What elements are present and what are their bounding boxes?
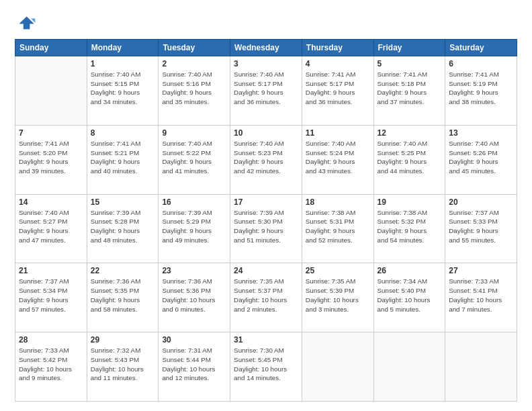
calendar-cell: 13Sunrise: 7:40 AM Sunset: 5:26 PM Dayli… — [445, 125, 517, 194]
day-number: 17 — [234, 197, 298, 207]
calendar-cell: 17Sunrise: 7:39 AM Sunset: 5:30 PM Dayli… — [230, 194, 302, 263]
calendar-cell: 3Sunrise: 7:40 AM Sunset: 5:17 PM Daylig… — [230, 56, 302, 126]
calendar-cell: 7Sunrise: 7:41 AM Sunset: 5:20 PM Daylig… — [15, 125, 87, 194]
week-row-3: 14Sunrise: 7:40 AM Sunset: 5:27 PM Dayli… — [15, 194, 517, 263]
day-number: 3 — [234, 59, 298, 68]
week-row-5: 28Sunrise: 7:33 AM Sunset: 5:42 PM Dayli… — [15, 332, 517, 402]
day-number: 19 — [378, 197, 442, 207]
day-info: Sunrise: 7:30 AM Sunset: 5:45 PM Dayligh… — [234, 346, 298, 383]
svg-marker-0 — [19, 16, 34, 29]
day-number: 20 — [449, 197, 513, 207]
header — [15, 12, 517, 34]
day-header-tuesday: Tuesday — [159, 40, 230, 56]
day-info: Sunrise: 7:40 AM Sunset: 5:23 PM Dayligh… — [234, 139, 298, 176]
day-header-monday: Monday — [87, 40, 159, 56]
day-info: Sunrise: 7:38 AM Sunset: 5:32 PM Dayligh… — [378, 208, 442, 245]
calendar-cell: 28Sunrise: 7:33 AM Sunset: 5:42 PM Dayli… — [15, 332, 87, 402]
day-info: Sunrise: 7:37 AM Sunset: 5:34 PM Dayligh… — [19, 277, 83, 314]
day-info: Sunrise: 7:32 AM Sunset: 5:43 PM Dayligh… — [91, 346, 155, 383]
day-info: Sunrise: 7:35 AM Sunset: 5:39 PM Dayligh… — [306, 277, 370, 314]
day-info: Sunrise: 7:38 AM Sunset: 5:31 PM Dayligh… — [306, 208, 370, 245]
calendar-cell: 12Sunrise: 7:40 AM Sunset: 5:25 PM Dayli… — [373, 125, 445, 194]
day-info: Sunrise: 7:40 AM Sunset: 5:22 PM Dayligh… — [162, 139, 226, 176]
day-number: 8 — [91, 128, 155, 138]
week-row-1: 1Sunrise: 7:40 AM Sunset: 5:15 PM Daylig… — [15, 56, 517, 126]
day-number: 30 — [162, 335, 226, 345]
calendar-cell: 2Sunrise: 7:40 AM Sunset: 5:16 PM Daylig… — [159, 56, 230, 126]
day-number: 1 — [91, 59, 155, 68]
calendar-cell: 5Sunrise: 7:41 AM Sunset: 5:18 PM Daylig… — [373, 56, 445, 126]
calendar-header: SundayMondayTuesdayWednesdayThursdayFrid… — [15, 40, 517, 56]
calendar-cell: 6Sunrise: 7:41 AM Sunset: 5:19 PM Daylig… — [445, 56, 517, 126]
calendar-cell: 24Sunrise: 7:35 AM Sunset: 5:37 PM Dayli… — [230, 263, 302, 332]
calendar-cell: 15Sunrise: 7:39 AM Sunset: 5:28 PM Dayli… — [87, 194, 159, 263]
calendar-table: SundayMondayTuesdayWednesdayThursdayFrid… — [15, 39, 517, 402]
calendar-cell: 30Sunrise: 7:31 AM Sunset: 5:44 PM Dayli… — [159, 332, 230, 402]
day-info: Sunrise: 7:39 AM Sunset: 5:28 PM Dayligh… — [91, 208, 155, 245]
day-number: 31 — [234, 335, 298, 345]
day-number: 28 — [19, 335, 83, 345]
day-info: Sunrise: 7:33 AM Sunset: 5:42 PM Dayligh… — [19, 346, 83, 383]
day-info: Sunrise: 7:39 AM Sunset: 5:30 PM Dayligh… — [234, 208, 298, 245]
calendar-cell: 25Sunrise: 7:35 AM Sunset: 5:39 PM Dayli… — [302, 263, 373, 332]
day-number: 10 — [234, 128, 298, 138]
day-info: Sunrise: 7:40 AM Sunset: 5:15 PM Dayligh… — [91, 70, 155, 107]
day-number: 5 — [378, 59, 442, 68]
day-header-sunday: Sunday — [15, 40, 87, 56]
day-number: 26 — [378, 266, 442, 275]
logo — [15, 12, 39, 34]
day-number: 21 — [19, 266, 83, 275]
day-number: 13 — [449, 128, 513, 138]
page: SundayMondayTuesdayWednesdayThursdayFrid… — [0, 0, 532, 411]
calendar-cell: 9Sunrise: 7:40 AM Sunset: 5:22 PM Daylig… — [159, 125, 230, 194]
day-info: Sunrise: 7:41 AM Sunset: 5:21 PM Dayligh… — [91, 139, 155, 176]
day-header-thursday: Thursday — [302, 40, 373, 56]
calendar-cell: 18Sunrise: 7:38 AM Sunset: 5:31 PM Dayli… — [302, 194, 373, 263]
calendar-cell: 22Sunrise: 7:36 AM Sunset: 5:35 PM Dayli… — [87, 263, 159, 332]
calendar-cell: 31Sunrise: 7:30 AM Sunset: 5:45 PM Dayli… — [230, 332, 302, 402]
day-info: Sunrise: 7:41 AM Sunset: 5:17 PM Dayligh… — [306, 70, 370, 107]
calendar-cell: 10Sunrise: 7:40 AM Sunset: 5:23 PM Dayli… — [230, 125, 302, 194]
day-number: 4 — [306, 59, 370, 68]
day-number: 15 — [91, 197, 155, 207]
day-info: Sunrise: 7:37 AM Sunset: 5:33 PM Dayligh… — [449, 208, 513, 245]
calendar-cell: 8Sunrise: 7:41 AM Sunset: 5:21 PM Daylig… — [87, 125, 159, 194]
day-header-saturday: Saturday — [445, 40, 517, 56]
day-number: 6 — [449, 59, 513, 68]
calendar-cell: 23Sunrise: 7:36 AM Sunset: 5:36 PM Dayli… — [159, 263, 230, 332]
day-number: 27 — [449, 266, 513, 275]
day-info: Sunrise: 7:33 AM Sunset: 5:41 PM Dayligh… — [449, 277, 513, 314]
header-row: SundayMondayTuesdayWednesdayThursdayFrid… — [15, 40, 517, 56]
calendar-cell — [373, 332, 445, 402]
week-row-4: 21Sunrise: 7:37 AM Sunset: 5:34 PM Dayli… — [15, 263, 517, 332]
day-number: 18 — [306, 197, 370, 207]
day-number: 22 — [91, 266, 155, 275]
calendar-cell: 29Sunrise: 7:32 AM Sunset: 5:43 PM Dayli… — [87, 332, 159, 402]
day-info: Sunrise: 7:40 AM Sunset: 5:25 PM Dayligh… — [378, 139, 442, 176]
day-header-wednesday: Wednesday — [230, 40, 302, 56]
calendar-cell: 21Sunrise: 7:37 AM Sunset: 5:34 PM Dayli… — [15, 263, 87, 332]
day-number: 9 — [162, 128, 226, 138]
week-row-2: 7Sunrise: 7:41 AM Sunset: 5:20 PM Daylig… — [15, 125, 517, 194]
day-info: Sunrise: 7:40 AM Sunset: 5:17 PM Dayligh… — [234, 70, 298, 107]
calendar-cell: 19Sunrise: 7:38 AM Sunset: 5:32 PM Dayli… — [373, 194, 445, 263]
day-info: Sunrise: 7:35 AM Sunset: 5:37 PM Dayligh… — [234, 277, 298, 314]
day-info: Sunrise: 7:41 AM Sunset: 5:19 PM Dayligh… — [449, 70, 513, 107]
calendar-cell — [15, 56, 87, 126]
calendar-cell: 26Sunrise: 7:34 AM Sunset: 5:40 PM Dayli… — [373, 263, 445, 332]
logo-icon — [15, 12, 36, 34]
calendar-cell: 4Sunrise: 7:41 AM Sunset: 5:17 PM Daylig… — [302, 56, 373, 126]
day-info: Sunrise: 7:39 AM Sunset: 5:29 PM Dayligh… — [162, 208, 226, 245]
day-number: 14 — [19, 197, 83, 207]
day-number: 23 — [162, 266, 226, 275]
day-number: 16 — [162, 197, 226, 207]
day-number: 29 — [91, 335, 155, 345]
day-info: Sunrise: 7:40 AM Sunset: 5:24 PM Dayligh… — [306, 139, 370, 176]
calendar-cell: 20Sunrise: 7:37 AM Sunset: 5:33 PM Dayli… — [445, 194, 517, 263]
day-number: 11 — [306, 128, 370, 138]
day-number: 7 — [19, 128, 83, 138]
calendar-cell: 27Sunrise: 7:33 AM Sunset: 5:41 PM Dayli… — [445, 263, 517, 332]
day-info: Sunrise: 7:41 AM Sunset: 5:20 PM Dayligh… — [19, 139, 83, 176]
day-number: 2 — [162, 59, 226, 68]
day-info: Sunrise: 7:40 AM Sunset: 5:26 PM Dayligh… — [449, 139, 513, 176]
